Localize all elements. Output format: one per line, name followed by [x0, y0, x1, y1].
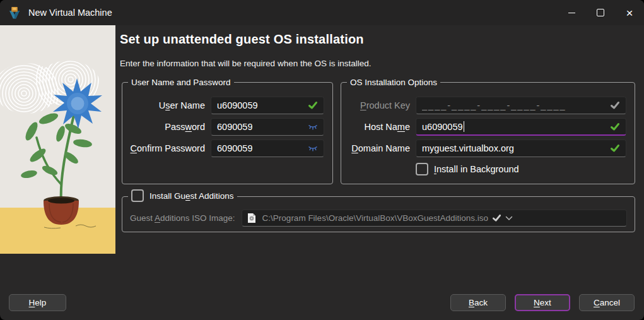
virtualbox-logo-icon — [7, 5, 22, 20]
page-title: Set up unattended guest OS installation — [120, 32, 364, 47]
install-in-background-row: Install in Background — [416, 161, 626, 177]
user-name-label: User Name — [129, 100, 211, 110]
close-icon: × — [626, 7, 633, 19]
password-row: Password 6090059 — [129, 118, 324, 136]
plant-illustration — [0, 25, 115, 254]
user-name-field[interactable]: u6090059 — [211, 97, 324, 114]
password-reveal-icon[interactable] — [308, 124, 318, 131]
iso-file-icon — [247, 213, 256, 223]
password-field[interactable]: 6090059 — [211, 118, 324, 136]
confirm-password-field[interactable]: 6090059 — [211, 139, 324, 157]
chevron-down-icon[interactable] — [505, 216, 513, 221]
guest-additions-iso-label: Guest Additions ISO Image: — [130, 213, 242, 223]
group-title-os: OS Installation Options — [347, 77, 440, 88]
install-in-background-checkbox[interactable] — [416, 163, 428, 175]
window-title: New Virtual Machine — [28, 8, 112, 18]
new-vm-dialog: New Virtual Machine × — [0, 0, 644, 320]
install-guest-additions-checkbox[interactable] — [131, 189, 144, 202]
guest-additions-iso-row: Guest Additions ISO Image: C:\Program Fi… — [130, 210, 627, 227]
page-subtitle: Enter the information that will be requi… — [120, 59, 371, 68]
password-label: Password — [129, 122, 211, 132]
password-reveal-icon[interactable] — [308, 145, 318, 152]
product-key-field: ____-____-____-____-____ — [416, 97, 626, 114]
group-title-guest-additions: Install Guest Additions — [128, 189, 237, 202]
domain-name-row: Domain Name myguest.virtualbox.org — [348, 139, 626, 157]
host-name-field[interactable]: u6090059 — [416, 118, 626, 136]
next-button[interactable]: Next — [515, 294, 570, 311]
user-name-row: User Name u6090059 — [129, 97, 324, 114]
valid-check-icon — [610, 122, 620, 132]
text-caret — [464, 121, 464, 132]
window-controls: × — [557, 0, 644, 25]
product-key-row: Product Key ____-____-____-____-____ — [348, 97, 626, 114]
valid-check-icon — [308, 100, 318, 110]
cancel-button[interactable]: Cancel — [579, 294, 635, 311]
product-key-label: Product Key — [348, 100, 416, 110]
confirm-password-label: Confirm Password — [129, 143, 211, 153]
groupbox-user-name-password: User Name and Password User Name u609005… — [122, 82, 333, 184]
maximize-button[interactable] — [586, 0, 615, 25]
back-button[interactable]: Back — [450, 294, 506, 311]
maximize-icon — [597, 9, 604, 16]
guest-additions-iso-combo[interactable]: C:\Program Files\Oracle\VirtualBox\VBoxG… — [242, 210, 627, 227]
titlebar: New Virtual Machine × — [0, 0, 644, 25]
confirm-password-row: Confirm Password 6090059 — [129, 139, 324, 157]
group-title-user: User Name and Password — [128, 77, 234, 88]
domain-name-label: Domain Name — [348, 143, 416, 153]
groupbox-install-guest-additions: Install Guest Additions Guest Additions … — [122, 196, 635, 232]
install-guest-additions-label: Install Guest Additions — [149, 191, 234, 201]
domain-name-field[interactable]: myguest.virtualbox.org — [416, 139, 626, 157]
host-name-row: Host Name u6090059 — [348, 118, 626, 136]
neutral-check-icon — [492, 213, 501, 223]
valid-check-icon — [610, 143, 620, 153]
host-name-label: Host Name — [348, 122, 416, 132]
wizard-buttons: Back Next Cancel — [450, 294, 635, 311]
help-button[interactable]: Help — [9, 294, 66, 311]
close-button[interactable]: × — [615, 0, 644, 25]
minimize-icon — [568, 13, 575, 13]
install-in-background-label: Install in Background — [434, 164, 519, 174]
groupbox-os-installation-options: OS Installation Options Product Key ____… — [341, 82, 635, 184]
neutral-check-icon — [610, 100, 620, 110]
minimize-button[interactable] — [557, 0, 586, 25]
